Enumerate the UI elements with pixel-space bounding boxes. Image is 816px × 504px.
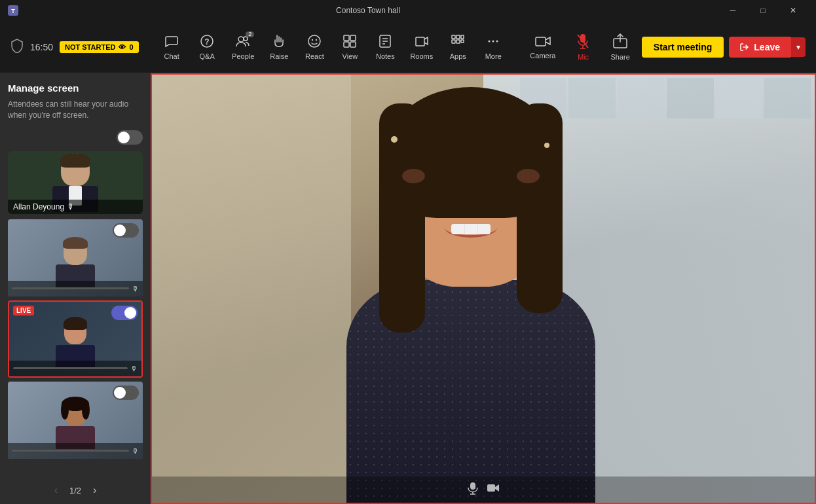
thumb-bar-3: 🎙	[8, 443, 143, 459]
svg-rect-19	[456, 35, 460, 39]
next-page-button[interactable]: ›	[89, 483, 100, 497]
view-count: 0	[129, 43, 133, 51]
main-screen-toggle[interactable]	[117, 130, 143, 145]
video-area	[151, 73, 816, 504]
thumbnail-item-2[interactable]: .toggle.on-blue::after { left:20px; } LI…	[8, 300, 143, 378]
view-button[interactable]: View	[333, 30, 367, 64]
sidebar-title: Manage screen	[8, 82, 143, 94]
presenter-name-bar: Allan Deyoung 🎙	[8, 200, 143, 214]
svg-rect-17	[416, 37, 424, 46]
page-indicator: 1/2	[69, 486, 81, 495]
live-badge: LIVE	[13, 306, 34, 315]
svg-rect-12	[350, 42, 356, 47]
presenter-main-tile: Allan Deyoung 🎙	[8, 151, 143, 214]
notes-button[interactable]: Notes	[368, 30, 402, 64]
video-bg-left	[152, 75, 351, 503]
presenter-name: Allan Deyoung	[13, 202, 64, 211]
raise-label: Raise	[270, 52, 288, 60]
video-bottom-bar	[152, 477, 815, 503]
svg-point-4	[238, 37, 244, 42]
svg-rect-20	[461, 35, 464, 39]
view-label: View	[343, 52, 358, 60]
svg-point-8	[316, 39, 317, 40]
main-presenter-figure	[346, 280, 595, 503]
svg-rect-18	[452, 35, 455, 39]
more-button[interactable]: More	[476, 30, 510, 64]
svg-point-7	[312, 39, 313, 40]
window-controls: ─ □ ✕	[718, 0, 808, 21]
svg-rect-36	[487, 484, 495, 492]
thumb-toggle-switch-3[interactable]	[113, 386, 139, 400]
qna-icon: ?	[200, 34, 214, 50]
raise-icon	[272, 34, 286, 50]
leave-label: Leave	[754, 42, 780, 52]
people-icon: 2	[236, 34, 250, 50]
share-button[interactable]: Share	[604, 29, 636, 65]
qna-label: Q&A	[199, 52, 214, 60]
mic-button[interactable]: Mic	[567, 29, 599, 65]
svg-rect-23	[461, 40, 464, 43]
camera-icon	[535, 35, 551, 50]
people-count: 2	[246, 31, 254, 37]
svg-text:T: T	[11, 8, 15, 14]
thumb-toggle-2[interactable]: .toggle.on-blue::after { left:20px; }	[111, 306, 138, 320]
svg-rect-27	[536, 37, 546, 46]
thumb-mic-icon-1: 🎙	[132, 285, 139, 293]
shield-icon	[10, 39, 24, 56]
people-label: People	[232, 52, 254, 60]
svg-rect-33	[470, 482, 475, 490]
thumb-mic-icon-3: 🎙	[132, 447, 139, 455]
raise-button[interactable]: Raise	[262, 30, 296, 64]
toolbar-left: 16:50 NOT STARTED 👁 0	[10, 39, 141, 56]
svg-point-25	[492, 40, 494, 42]
close-button[interactable]: ✕	[778, 0, 808, 21]
apps-button[interactable]: Apps	[441, 30, 475, 64]
leave-button[interactable]: Leave	[729, 37, 790, 58]
thumb-toggle-1[interactable]	[113, 223, 139, 238]
thumb-toggle-switch-1[interactable]	[113, 223, 139, 238]
thumb-toggle-switch-2[interactable]: .toggle.on-blue::after { left:20px; }	[111, 306, 138, 320]
thumb-bar-1: 🎙	[8, 281, 143, 297]
presenter-mic-icon: 🎙	[67, 202, 75, 211]
maximize-button[interactable]: □	[748, 0, 778, 21]
rooms-icon	[415, 34, 429, 50]
time-display: 16:50	[30, 42, 53, 52]
sidebar: Manage screen Attendees can still hear y…	[0, 73, 151, 504]
chat-button[interactable]: Chat	[155, 30, 189, 64]
toolbar-center: Chat ? Q&A 2 People	[144, 30, 521, 64]
svg-rect-21	[452, 40, 455, 43]
notes-label: Notes	[376, 52, 395, 60]
apps-icon	[451, 34, 465, 50]
camera-button[interactable]: Camera	[523, 31, 562, 63]
svg-point-6	[308, 35, 320, 47]
leave-chevron-button[interactable]: ▾	[790, 37, 806, 57]
pagination: ‹ 1/2 ›	[8, 478, 143, 497]
prev-page-button[interactable]: ‹	[50, 483, 62, 497]
people-button[interactable]: 2 People	[225, 30, 261, 64]
svg-point-26	[496, 40, 498, 42]
svg-rect-9	[344, 35, 349, 41]
main-content: Manage screen Attendees can still hear y…	[0, 73, 816, 504]
app-icon: T	[8, 5, 18, 16]
svg-rect-22	[456, 40, 460, 43]
rooms-button[interactable]: Rooms	[403, 30, 439, 64]
video-cam-icon	[487, 483, 500, 496]
qna-button[interactable]: ? Q&A	[190, 30, 224, 64]
minimize-button[interactable]: ─	[718, 0, 748, 21]
svg-rect-10	[350, 35, 356, 41]
thumbnail-item-3[interactable]: 🎙	[8, 382, 143, 459]
view-icon	[343, 34, 357, 50]
toolbar: 16:50 NOT STARTED 👁 0 Chat ? Q&	[0, 21, 816, 73]
leave-group: Leave ▾	[729, 37, 806, 58]
thumbnail-item-1[interactable]: 🎙	[8, 219, 143, 297]
more-label: More	[485, 52, 502, 60]
video-mic-icon	[467, 482, 479, 497]
start-meeting-button[interactable]: Start meeting	[642, 37, 724, 58]
chat-label: Chat	[164, 52, 179, 60]
svg-rect-11	[344, 42, 349, 47]
react-button[interactable]: React	[297, 30, 331, 64]
react-icon	[307, 34, 322, 50]
thumb-mic-icon-2: 🎙	[130, 365, 138, 372]
share-icon	[613, 33, 627, 51]
thumb-toggle-3[interactable]	[113, 386, 139, 400]
